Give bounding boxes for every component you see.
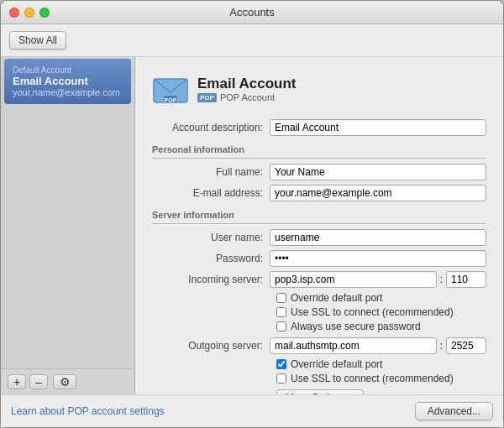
incoming-ssl-checkbox[interactable] <box>276 307 286 317</box>
server-section: Server information User name: Password: … <box>152 210 486 394</box>
outgoing-port-input[interactable] <box>446 337 486 354</box>
outgoing-server-label: Outgoing server: <box>152 340 270 352</box>
learn-link[interactable]: Learn about POP account settings <box>11 405 165 417</box>
incoming-port-colon: : <box>440 274 443 285</box>
sidebar-list: Default Account Email Account your.name@… <box>1 57 134 368</box>
incoming-port-input[interactable] <box>446 271 486 288</box>
email-row: E-mail address: <box>152 185 486 201</box>
outgoing-ssl-checkbox[interactable] <box>276 373 286 384</box>
fullname-field <box>270 164 486 180</box>
minimize-button[interactable] <box>24 8 34 18</box>
svg-text:POP: POP <box>165 97 177 103</box>
remove-account-button[interactable]: – <box>29 374 48 389</box>
account-header: POP Email Account POP POP Account <box>152 70 486 107</box>
outgoing-ssl-label: Use SSL to connect (recommended) <box>291 373 454 384</box>
sidebar-item-name: Email Account <box>13 75 123 87</box>
main-window: Accounts Show All Default Account Email … <box>0 0 504 428</box>
server-divider <box>152 223 486 224</box>
email-input[interactable] <box>270 185 486 201</box>
personal-section-header: Personal information <box>152 144 486 154</box>
personal-section: Personal information Full name: E-mail a… <box>152 144 486 201</box>
pop-badge: POP <box>197 93 217 102</box>
account-subtitle-row: POP POP Account <box>197 92 296 102</box>
account-title-block: Email Account POP POP Account <box>197 76 296 102</box>
gear-button[interactable]: ⚙ <box>53 374 76 389</box>
outgoing-override-checkbox[interactable] <box>276 359 286 369</box>
account-description-label: Account description: <box>152 122 270 133</box>
incoming-override-checkbox[interactable] <box>276 293 286 303</box>
account-description-field <box>270 119 486 136</box>
detail-panel: POP Email Account POP POP Account Accoun… <box>135 57 503 394</box>
incoming-server-row: Incoming server: : <box>152 271 486 288</box>
fullname-label: Full name: <box>152 166 270 178</box>
window-title: Accounts <box>229 6 274 18</box>
sidebar-bottom: + – ⚙ <box>1 368 134 394</box>
incoming-server-input[interactable] <box>270 271 437 288</box>
account-title: Email Account <box>197 76 296 92</box>
incoming-server-label: Incoming server: <box>152 274 270 285</box>
email-label: E-mail address: <box>152 187 270 199</box>
toolbar: Show All <box>1 24 503 57</box>
username-row: User name: <box>152 229 486 246</box>
username-label: User name: <box>152 232 270 243</box>
titlebar: Accounts <box>1 1 503 24</box>
close-button[interactable] <box>9 8 19 18</box>
personal-divider <box>152 158 486 159</box>
outgoing-server-row: Outgoing server: : <box>152 337 486 354</box>
incoming-secure-checkbox[interactable] <box>276 321 286 331</box>
incoming-secure-row: Always use secure password <box>276 321 486 332</box>
outgoing-ssl-row: Use SSL to connect (recommended) <box>276 373 486 384</box>
outgoing-override-label: Override default port <box>291 358 382 370</box>
sidebar-item-default-label: Default Account <box>13 65 123 75</box>
email-field <box>270 185 486 201</box>
show-all-button[interactable]: Show All <box>9 31 66 50</box>
server-section-header: Server information <box>152 210 486 220</box>
outgoing-server-input[interactable] <box>270 337 437 354</box>
incoming-server-field: : <box>270 271 486 288</box>
username-input[interactable] <box>270 229 486 246</box>
account-icon: POP <box>152 70 189 107</box>
account-description-input[interactable] <box>270 119 486 136</box>
sidebar-item-email-account[interactable]: Default Account Email Account your.name@… <box>4 59 131 104</box>
password-label: Password: <box>152 253 270 264</box>
main-content: Default Account Email Account your.name@… <box>1 57 503 394</box>
account-description-row: Account description: <box>152 119 486 136</box>
sidebar-item-email: your.name@example.com <box>13 87 123 97</box>
incoming-ssl-label: Use SSL to connect (recommended) <box>291 306 454 318</box>
incoming-override-row: Override default port <box>276 292 486 304</box>
password-row: Password: <box>152 250 486 267</box>
account-subtitle: POP Account <box>220 92 275 102</box>
incoming-secure-label: Always use secure password <box>291 321 421 332</box>
account-description-section: Account description: <box>152 119 486 136</box>
sidebar: Default Account Email Account your.name@… <box>1 57 135 394</box>
traffic-lights <box>9 8 50 18</box>
fullname-input[interactable] <box>270 164 486 180</box>
outgoing-override-row: Override default port <box>276 358 486 370</box>
password-field <box>270 250 486 267</box>
outgoing-port-colon: : <box>440 340 443 352</box>
add-account-button[interactable]: + <box>8 374 26 389</box>
incoming-ssl-row: Use SSL to connect (recommended) <box>276 306 486 318</box>
incoming-override-label: Override default port <box>291 292 382 304</box>
username-field <box>270 229 486 246</box>
fullname-row: Full name: <box>152 164 486 180</box>
maximize-button[interactable] <box>39 8 50 18</box>
outgoing-server-field: : <box>270 337 486 354</box>
password-input[interactable] <box>270 250 486 267</box>
bottom-bar: Learn about POP account settings Advance… <box>1 394 503 427</box>
advanced-button[interactable]: Advanced... <box>415 402 493 420</box>
